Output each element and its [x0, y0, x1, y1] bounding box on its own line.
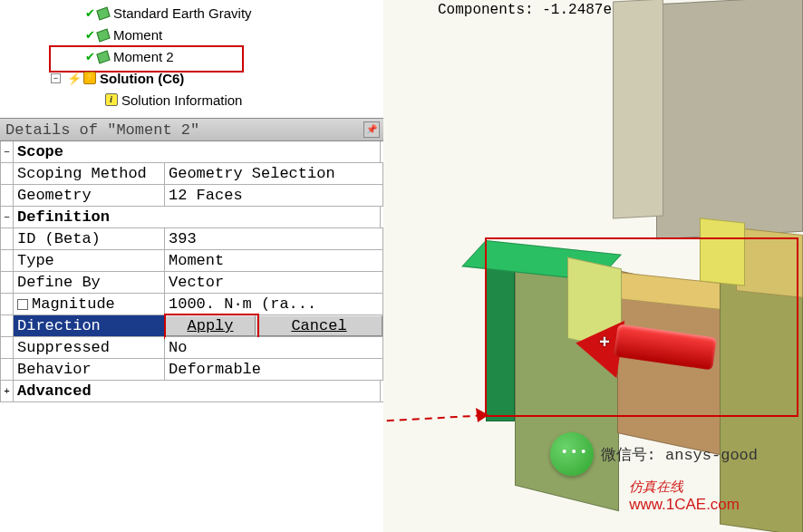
tree-item-solution[interactable]: − ⚡ Solution (C6) — [4, 67, 380, 89]
watermark: 仿真在线 www.1CAE.com — [629, 479, 740, 514]
tree-item-label: Standard Earth Gravity — [113, 5, 252, 21]
row-magnitude[interactable]: Magnitude 1000. N·m (ra... — [1, 294, 383, 315]
wechat-badge: 微信号: ansys-good — [550, 432, 758, 476]
load-icon — [97, 50, 110, 63]
prop-label: ID (Beta) — [14, 228, 165, 249]
tree-item-solution-info[interactable]: Solution Information — [4, 89, 380, 111]
tree-item-moment[interactable]: ✔ Moment — [4, 24, 380, 45]
row-id[interactable]: ID (Beta) 393 — [1, 228, 383, 250]
prop-value[interactable]: Vector — [165, 272, 383, 293]
info-icon — [105, 93, 118, 106]
row-behavior[interactable]: Behavior Deformable — [1, 359, 383, 381]
tree-item-label: Solution (C6) — [100, 71, 184, 86]
row-define-by[interactable]: Define By Vector — [1, 272, 383, 294]
details-title: Details of "Moment 2" — [5, 121, 199, 139]
row-type[interactable]: Type Moment — [1, 250, 383, 272]
expand-icon[interactable]: + — [1, 381, 14, 401]
prop-value[interactable]: Moment — [165, 250, 383, 271]
prop-label: Direction — [14, 315, 165, 336]
prop-label: Geometry — [14, 185, 165, 206]
row-suppressed[interactable]: Suppressed No — [1, 337, 383, 359]
prop-label: Type — [14, 250, 165, 271]
prop-label: Behavior — [14, 359, 165, 380]
prop-label: Magnitude — [14, 294, 165, 314]
prop-value[interactable]: Geometry Selection — [165, 163, 383, 184]
bolt-check-icon: ⚡ — [67, 72, 82, 85]
section-definition[interactable]: − Definition — [1, 207, 383, 228]
prop-value[interactable]: Deformable — [165, 359, 383, 380]
checkbox-icon[interactable] — [17, 299, 28, 310]
cancel-button[interactable]: Cancel — [256, 315, 382, 336]
apply-button[interactable]: Apply — [165, 315, 256, 336]
section-label: Definition — [14, 207, 381, 227]
row-scoping-method[interactable]: Scoping Method Geometry Selection — [1, 163, 383, 185]
prop-value: Apply Cancel — [165, 315, 383, 336]
check-icon: ✔ — [85, 50, 95, 63]
prop-label: Define By — [14, 272, 165, 293]
prop-value[interactable]: 12 Faces — [165, 185, 383, 206]
section-advanced[interactable]: + Advanced — [1, 381, 383, 402]
section-scope[interactable]: − Scope — [1, 141, 383, 163]
pin-button[interactable]: 📌 — [363, 121, 380, 138]
wechat-label: 微信号: ansys-good — [601, 444, 758, 465]
pick-crosshair-icon: + — [599, 333, 610, 353]
tree-item-gravity[interactable]: ✔ Standard Earth Gravity — [4, 2, 380, 24]
check-icon: ✔ — [85, 6, 95, 20]
prop-value[interactable]: No — [165, 337, 383, 358]
prop-label: Scoping Method — [14, 163, 165, 184]
outline-tree[interactable]: ✔ Standard Earth Gravity ✔ Moment ✔ Mome… — [0, 0, 383, 118]
details-header: Details of "Moment 2" 📌 — [0, 118, 383, 141]
load-icon — [97, 6, 110, 19]
section-label: Advanced — [14, 381, 381, 401]
tree-item-label: Moment — [113, 27, 162, 43]
tree-item-label: Solution Information — [121, 92, 242, 108]
load-icon — [97, 28, 110, 41]
collapse-icon[interactable]: − — [51, 73, 61, 83]
3d-viewport[interactable]: Components: -1.2487e-015,-1000. — [383, 0, 803, 532]
check-icon: ✔ — [85, 28, 95, 42]
section-label: Scope — [14, 141, 381, 162]
tree-item-moment-2[interactable]: ✔ Moment 2 — [4, 45, 380, 67]
prop-label: Suppressed — [14, 337, 165, 358]
tree-item-label: Moment 2 — [113, 49, 174, 64]
prop-value[interactable]: 393 — [165, 228, 383, 249]
collapse-icon[interactable]: − — [1, 207, 14, 227]
row-direction[interactable]: Direction Apply Cancel — [1, 315, 383, 337]
details-grid: − Scope Scoping Method Geometry Selectio… — [0, 141, 383, 402]
solution-icon — [83, 72, 96, 84]
collapse-icon[interactable]: − — [1, 141, 14, 162]
row-geometry[interactable]: Geometry 12 Faces — [1, 185, 383, 207]
prop-value[interactable]: 1000. N·m (ra... — [165, 294, 383, 314]
wechat-icon — [550, 432, 594, 476]
